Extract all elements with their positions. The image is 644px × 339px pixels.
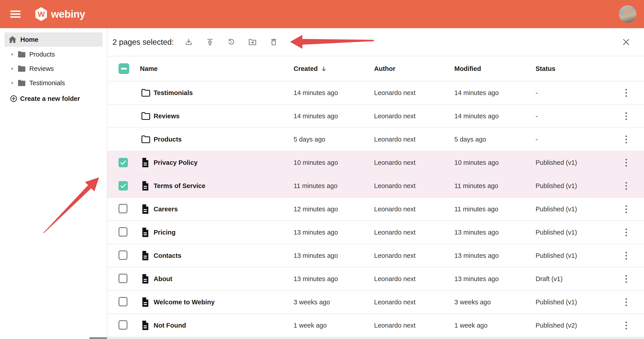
folder-icon <box>17 50 26 58</box>
row-menu-button[interactable] <box>620 226 633 239</box>
row-checkbox[interactable] <box>118 227 128 236</box>
table-row[interactable]: Pricing13 minutes agoLeonardo next13 min… <box>107 221 644 244</box>
row-menu-button[interactable] <box>620 296 633 309</box>
row-created: 11 minutes ago <box>294 182 338 190</box>
row-checkbox-checked[interactable] <box>118 181 128 190</box>
folder-icon <box>141 135 151 144</box>
row-author: Leonardo next <box>374 206 416 213</box>
export-icon[interactable] <box>184 38 193 46</box>
select-all-checkbox[interactable] <box>118 63 129 74</box>
table-row[interactable]: About13 minutes agoLeonardo next13 minut… <box>107 268 644 291</box>
table-row[interactable]: Privacy Policy10 minutes agoLeonardo nex… <box>107 151 644 174</box>
row-checkbox[interactable] <box>118 320 128 330</box>
sidebar-item-home[interactable]: Home <box>4 32 102 47</box>
webiny-hexagon-icon: W <box>35 7 48 21</box>
chevron-right-icon[interactable] <box>10 80 15 86</box>
row-menu-button[interactable] <box>620 202 633 216</box>
table-row[interactable]: Terms of Service11 minutes agoLeonardo n… <box>107 174 644 198</box>
row-checkbox-checked[interactable] <box>118 158 128 167</box>
row-author: Leonardo next <box>374 112 416 120</box>
table-row[interactable]: Reviews14 minutes agoLeonardo next14 min… <box>107 105 644 128</box>
row-created: 10 minutes ago <box>294 159 338 166</box>
row-menu-button[interactable] <box>620 272 633 286</box>
column-header-created[interactable]: Created <box>294 65 327 72</box>
row-name-link[interactable]: Privacy Policy <box>154 159 198 166</box>
webiny-logo[interactable]: W webiny <box>35 7 85 21</box>
row-menu-button[interactable] <box>620 319 633 332</box>
hamburger-menu-icon[interactable] <box>10 10 20 18</box>
close-icon[interactable] <box>622 38 630 46</box>
page-list-panel: 2 pages selected: <box>107 28 644 339</box>
row-menu-button[interactable] <box>620 109 633 123</box>
row-name-link[interactable]: Welcome to Webiny <box>154 298 215 306</box>
row-name-link[interactable]: Testimonials <box>154 89 193 96</box>
create-folder-button[interactable]: Create a new folder <box>0 92 82 106</box>
row-name-link[interactable]: About <box>154 275 172 283</box>
table-row[interactable]: Contacts13 minutes agoLeonardo next13 mi… <box>107 244 644 268</box>
sidebar-folder-products[interactable]: Products <box>0 47 107 62</box>
row-status: Published (v1) <box>536 252 577 260</box>
chevron-right-icon[interactable] <box>10 52 15 57</box>
column-header-author[interactable]: Author <box>374 65 395 72</box>
row-name-link[interactable]: Contacts <box>154 252 181 260</box>
column-header-status[interactable]: Status <box>536 65 556 72</box>
row-name-link[interactable]: Not Found <box>154 322 186 329</box>
restore-icon[interactable] <box>227 38 236 46</box>
table-row[interactable]: Not Found1 week agoLeonardo next1 week a… <box>107 314 644 337</box>
row-name-link[interactable]: Careers <box>154 206 178 213</box>
webiny-admin-app: W webiny Home ProductsReviewsTestimonial… <box>0 0 644 339</box>
sidebar-scrollbar[interactable] <box>90 337 107 339</box>
chevron-right-icon[interactable] <box>10 66 15 71</box>
sort-desc-icon <box>320 65 327 72</box>
row-modified: 1 week ago <box>454 322 488 329</box>
sidebar-folder-reviews[interactable]: Reviews <box>0 62 107 76</box>
row-created: 3 weeks ago <box>294 298 330 306</box>
table-row[interactable]: Welcome to Webiny3 weeks agoLeonardo nex… <box>107 291 644 314</box>
row-checkbox[interactable] <box>118 274 128 283</box>
home-icon <box>8 35 17 44</box>
row-author: Leonardo next <box>374 298 416 306</box>
row-author: Leonardo next <box>374 229 416 236</box>
sidebar-folder-label: Testimonials <box>29 80 65 87</box>
logo-letter: W <box>38 10 44 18</box>
column-header-name[interactable]: Name <box>140 65 158 72</box>
row-menu-button[interactable] <box>620 132 633 146</box>
document-icon <box>141 297 150 307</box>
column-header-modified[interactable]: Modified <box>454 65 481 72</box>
row-modified: 14 minutes ago <box>454 112 499 120</box>
user-avatar[interactable] <box>619 5 636 23</box>
row-name-link[interactable]: Products <box>154 136 182 143</box>
row-menu-button[interactable] <box>620 86 633 100</box>
row-modified: 3 weeks ago <box>454 298 491 306</box>
document-icon <box>141 320 150 330</box>
move-to-folder-icon[interactable] <box>248 38 257 46</box>
table-row[interactable]: Testimonials14 minutes agoLeonardo next1… <box>107 82 644 105</box>
row-author: Leonardo next <box>374 322 416 329</box>
row-menu-button[interactable] <box>620 179 633 192</box>
table-row[interactable]: Careers12 minutes agoLeonardo next11 min… <box>107 198 644 221</box>
sidebar-home-label: Home <box>20 36 38 44</box>
row-name-link[interactable]: Terms of Service <box>154 182 206 190</box>
row-modified: 11 minutes ago <box>454 182 498 190</box>
folder-icon <box>141 88 151 97</box>
row-modified: 10 minutes ago <box>454 159 499 166</box>
row-status: - <box>536 89 538 96</box>
row-author: Leonardo next <box>374 275 416 283</box>
table-row[interactable]: Products5 days agoLeonardo next5 days ag… <box>107 128 644 151</box>
content-area: Home ProductsReviewsTestimonials Create … <box>0 28 644 339</box>
row-name-link[interactable]: Pricing <box>154 229 176 236</box>
row-checkbox[interactable] <box>118 204 128 213</box>
row-modified: 14 minutes ago <box>454 89 499 96</box>
create-folder-label: Create a new folder <box>20 95 80 102</box>
row-checkbox[interactable] <box>118 297 128 306</box>
publish-icon[interactable] <box>206 38 214 46</box>
row-status: Published (v1) <box>536 298 577 306</box>
row-menu-button[interactable] <box>620 249 633 262</box>
row-checkbox[interactable] <box>118 250 128 260</box>
row-name-link[interactable]: Reviews <box>154 112 180 120</box>
document-icon <box>141 274 150 284</box>
delete-icon[interactable] <box>270 38 278 46</box>
row-author: Leonardo next <box>374 136 416 143</box>
row-menu-button[interactable] <box>620 156 633 169</box>
sidebar-folder-testimonials[interactable]: Testimonials <box>0 76 107 90</box>
